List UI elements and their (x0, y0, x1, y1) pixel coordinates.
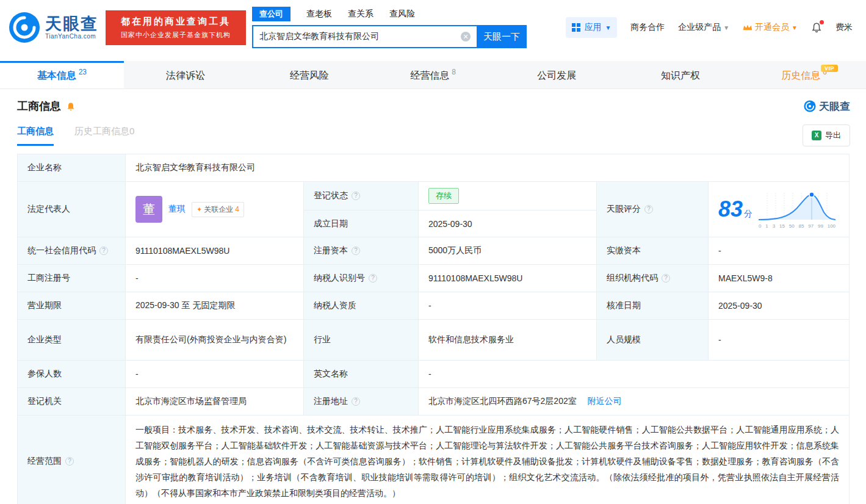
insured-count-value: - (126, 361, 304, 388)
field-label-company-type: 企业类型 (18, 320, 126, 361)
tab-basic-info[interactable]: 基本信息 23 (0, 61, 124, 88)
business-term-value: 2025-09-30 至 无固定期限 (126, 292, 304, 320)
field-label-staff-size: 人员规模 (597, 320, 709, 361)
subtab-history-business-info[interactable]: 历史工商信息0 (74, 126, 134, 146)
staff-size-value: - (709, 320, 850, 361)
tab-intellectual-property[interactable]: 知识产权 (619, 61, 743, 88)
search-tab-relation[interactable]: 查关系 (348, 9, 373, 20)
top-nav: 应用 ▼ 商务合作 企业级产品 ▼ 开通会员 ▼ 费米 (566, 17, 853, 38)
field-label-reg-number: 工商注册号 (18, 265, 126, 292)
help-icon (352, 192, 360, 200)
tianyancha-logo-icon (804, 100, 816, 112)
help-icon (644, 205, 653, 214)
vip-badge: VIP (821, 65, 838, 72)
monitor-bell-icon[interactable] (66, 101, 76, 112)
company-tabs: 基本信息 23 法律诉讼 经营风险 经营信息 8 公司发展 知识产权 历史信息 … (0, 61, 866, 89)
slogan-line2: 国家中小企业发展子基金旗下机构 (112, 31, 240, 40)
taxpayer-id-value: 91110108MAEXL5W98U (419, 265, 597, 292)
tab-count: 8 (452, 68, 456, 76)
score-axis: 01 315 5085 9799 100 (759, 223, 835, 229)
business-scope-value: 一般项目：技术服务、技术开发、技术咨询、技术交流、技术转让、技术推广；人工智能行… (126, 416, 850, 504)
excel-icon: X (812, 131, 821, 140)
field-label-taxpayer-id: 纳税人识别号 (304, 265, 419, 292)
table-row: 参保人数 - 英文名称 - (18, 361, 850, 388)
field-label-business-term: 营业期限 (18, 292, 126, 320)
score-number: 83 (718, 196, 743, 221)
subtab-business-info[interactable]: 工商信息 (17, 126, 54, 146)
tab-business-info[interactable]: 经营信息 8 (371, 61, 495, 88)
table-row: 营业期限 2025-09-30 至 无固定期限 纳税人资质 - 核准日期 202… (18, 292, 850, 320)
paid-capital-value: - (709, 237, 850, 265)
table-row: 统一社会信用代码 91110108MAEXL5W98U 注册资本 5000万人民… (18, 237, 850, 265)
slogan-banner: 都在用的商业查询工具 国家中小企业发展子基金旗下机构 (106, 10, 246, 45)
clear-icon[interactable]: ✕ (461, 32, 471, 41)
notification-dot (820, 20, 824, 24)
credit-code-value: 91110108MAEXL5W98U (126, 237, 304, 265)
industry-value: 软件和信息技术服务业 (419, 320, 597, 361)
help-icon (662, 274, 670, 283)
help-icon (352, 397, 360, 406)
notification-bell[interactable] (811, 22, 822, 33)
table-row: 经营范围 一般项目：技术服务、技术开发、技术咨询、技术交流、技术转让、技术推广；… (18, 416, 850, 504)
table-row: 企业名称 北京智启文华教育科技有限公司 (18, 154, 850, 182)
grid-icon (572, 23, 580, 32)
nav-enterprise-products[interactable]: 企业级产品 ▼ (678, 22, 729, 33)
reg-status-value: 存续 (419, 182, 597, 211)
tab-history-info[interactable]: 历史信息 6 VIP (742, 61, 866, 88)
field-label-credit-code: 统一社会信用代码 (18, 237, 126, 265)
company-type-value: 有限责任公司(外商投资企业与内资合资) (126, 320, 304, 361)
tianyancha-logo[interactable]: 天眼查 TianYanCha.com (9, 12, 98, 43)
user-name[interactable]: 费米 (835, 22, 853, 33)
field-label-approval-date: 核准日期 (597, 292, 709, 320)
search-tab-company[interactable]: 查公司 (252, 7, 290, 21)
crown-icon: ✦ (197, 206, 202, 214)
table-row: 工商注册号 - 纳税人识别号 91110108MAEXL5W98U 组织机构代码… (18, 265, 850, 292)
field-label-reg-authority: 登记机关 (18, 388, 126, 416)
slogan-line1: 都在用的商业查询工具 (112, 16, 240, 27)
search-tab-boss[interactable]: 查老板 (306, 9, 332, 20)
field-label-reg-capital: 注册资本 (304, 237, 419, 265)
search-button[interactable]: 天眼一下 (477, 25, 527, 48)
chevron-down-icon: ▼ (723, 24, 729, 31)
org-code-value: MAEXL5W9-8 (709, 265, 850, 292)
tab-count: 23 (79, 68, 87, 76)
score-curve-chart: 01 315 5085 9799 100 (759, 190, 835, 229)
tab-business-risk[interactable]: 经营风险 (247, 61, 371, 88)
section-title: 工商信息 (17, 99, 76, 113)
field-label-org-code: 组织机构代码 (597, 265, 709, 292)
avatar[interactable]: 董 (135, 196, 162, 223)
establish-date-value: 2025-09-30 (419, 211, 597, 237)
score-value: 83分 (709, 182, 850, 237)
help-icon (99, 247, 108, 255)
related-companies-badge[interactable]: ✦ 关联企业 4 (192, 202, 244, 217)
tianyancha-logo-icon (9, 12, 40, 43)
field-label-company-name: 企业名称 (18, 154, 126, 182)
field-label-industry: 行业 (304, 320, 419, 361)
help-icon (369, 274, 377, 283)
field-label-taxpayer-quality: 纳税人资质 (304, 292, 419, 320)
brand-name: 天眼查 (45, 15, 98, 32)
export-button[interactable]: X 导出 (803, 124, 850, 146)
reg-address-value: 北京市海淀区北四环西路67号2层202室 附近公司 (419, 388, 850, 416)
help-icon (352, 247, 360, 255)
apps-menu[interactable]: 应用 ▼ (566, 17, 617, 38)
chevron-down-icon: ▼ (792, 24, 798, 31)
nav-open-vip[interactable]: 开通会员 ▼ (743, 22, 798, 33)
tab-legal-proceedings[interactable]: 法律诉讼 (124, 61, 248, 88)
search-tab-risk[interactable]: 查风险 (389, 9, 415, 20)
apps-label: 应用 (584, 22, 601, 33)
company-name-value: 北京智启文华教育科技有限公司 (126, 154, 850, 182)
watermark-logo: 天眼查 (804, 99, 850, 113)
legal-rep-link[interactable]: 董琪 (168, 204, 186, 215)
chevron-down-icon: ▼ (605, 24, 611, 31)
approval-date-value: 2025-09-30 (709, 292, 850, 320)
nav-cooperation[interactable]: 商务合作 (630, 22, 665, 33)
search-input[interactable] (252, 25, 477, 48)
taxpayer-quality-value: - (419, 292, 597, 320)
tab-company-development[interactable]: 公司发展 (495, 61, 619, 88)
nearby-companies-link[interactable]: 附近公司 (588, 396, 622, 406)
english-name-value: - (419, 361, 850, 388)
crown-icon (743, 24, 752, 31)
field-label-english-name: 英文名称 (304, 361, 419, 388)
table-row: 法定代表人 董 董琪 ✦ 关联企业 4 登记状态 存续 天眼评分 83分 (18, 182, 850, 211)
